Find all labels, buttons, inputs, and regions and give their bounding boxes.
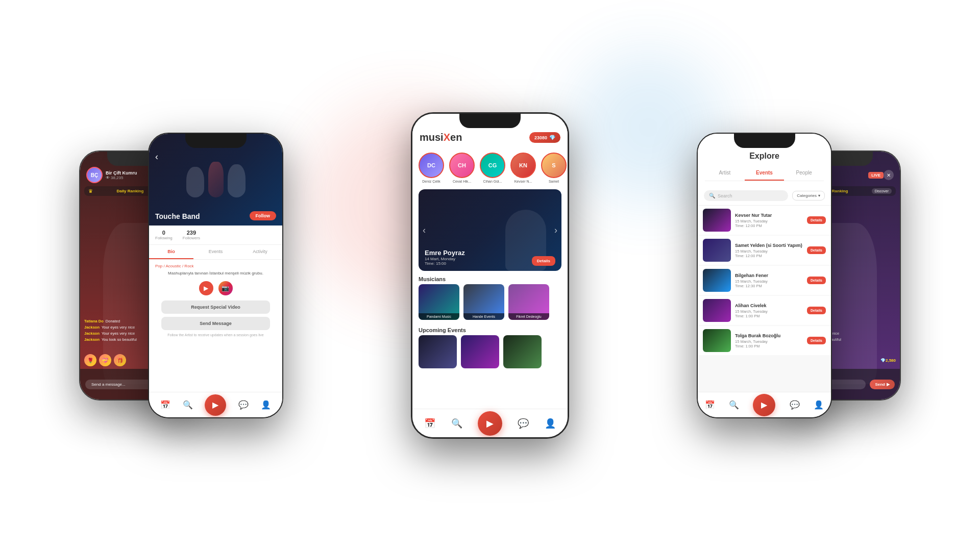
- band-bottom-nav: 📅 🔍 ▶ 💬 👤: [149, 392, 282, 417]
- search-icon-center[interactable]: 🔍: [451, 418, 462, 429]
- band-screen: ‹ Touche Band Follow 0 Following 239 Fol…: [149, 134, 282, 417]
- send-button-far-right[interactable]: Send ▶: [870, 380, 895, 389]
- event-time-1: Time: 12:00 PM: [735, 223, 803, 228]
- event-row-3: Bilgehan Fener 15 March, Tuesday Time: 1…: [698, 266, 831, 295]
- youtube-icon[interactable]: ▶: [199, 281, 213, 295]
- band-fig-1: [186, 167, 204, 197]
- user-info-container-left: BÇ: [86, 167, 103, 183]
- calendar-icon[interactable]: 📅: [160, 400, 170, 410]
- musician-card-2[interactable]: Hande Events: [463, 284, 504, 320]
- event-thumb-1[interactable]: [419, 335, 457, 368]
- artist-name-4: Kevser N...: [514, 180, 532, 183]
- profile-icon-nav[interactable]: 👤: [261, 400, 271, 410]
- event-row-info-3: Bilgehan Fener 15 March, Tuesday Time: 1…: [735, 273, 803, 288]
- details-button-1[interactable]: Details: [807, 216, 826, 224]
- event-date-5: 15 March, Tuesday: [735, 339, 803, 344]
- close-icon-far-right[interactable]: ✕: [884, 170, 894, 180]
- event-date-2: 15 March, Tuesday: [735, 249, 803, 254]
- event-date-4: 15 March, Tuesday: [735, 309, 803, 314]
- phone-screen-center: musiXen 23080 💎 DC Deniz Çelik CH Cevat …: [412, 114, 568, 437]
- event-thumb-2[interactable]: [461, 335, 499, 368]
- app-scene: BÇ Bir Çift Kumru 👁 38,235 LIVE ✕ ♛: [0, 0, 980, 551]
- tab-artist[interactable]: Artist: [705, 166, 745, 181]
- request-video-button[interactable]: Request Special Video: [161, 300, 270, 314]
- event-row-info-1: Kevser Nur Tutar 15 March, Tuesday Time:…: [735, 213, 803, 228]
- tab-events[interactable]: Events: [193, 245, 238, 259]
- musician-label-2: Hande Events: [463, 313, 504, 320]
- artist-item-2[interactable]: CH Cevat Hik...: [449, 153, 475, 183]
- play-button-right[interactable]: ▶: [753, 394, 775, 416]
- search-placeholder: Search: [718, 193, 732, 198]
- gift-1: 🌹: [84, 354, 96, 366]
- artist-avatar-5: S: [541, 153, 567, 178]
- artist-scroll: DC Deniz Çelik CH Cevat Hik... CG Cihan …: [412, 148, 568, 187]
- band-tabs: Bio Events Activity: [149, 245, 282, 260]
- details-button-5[interactable]: Details: [807, 337, 826, 344]
- event-time-5: Time: 1:00 PM: [735, 344, 803, 348]
- band-info: Touche Band: [155, 212, 200, 220]
- details-button-2[interactable]: Details: [807, 246, 826, 254]
- chat-icon-right[interactable]: 💬: [790, 400, 800, 410]
- app-logo: musiXen: [420, 132, 462, 143]
- tab-bio[interactable]: Bio: [149, 245, 193, 259]
- band-stats: 0 Following 239 Followers: [149, 226, 282, 245]
- artist-item-1[interactable]: DC Deniz Çelik: [419, 153, 444, 183]
- live-badge-far-right: LIVE: [868, 172, 884, 179]
- artist-item-3[interactable]: CG Cihan Gül...: [480, 153, 505, 183]
- instagram-icon[interactable]: 📷: [218, 281, 233, 295]
- details-button-3[interactable]: Details: [807, 277, 826, 284]
- search-icon-right[interactable]: 🔍: [729, 400, 739, 410]
- event-time-2: Time: 12:00 PM: [735, 254, 803, 258]
- tab-activity[interactable]: Activity: [238, 245, 282, 259]
- artist-item-4[interactable]: KN Kevser N...: [510, 153, 536, 183]
- followers-label: Followers: [183, 236, 200, 240]
- artist-name-3: Cihan Gül...: [483, 180, 502, 183]
- band-fig-2: [208, 162, 224, 197]
- chevron-down-icon: ▾: [818, 193, 820, 198]
- play-button-nav[interactable]: ▶: [205, 394, 226, 416]
- musician-card-3[interactable]: Fikret Dedeoglu: [508, 284, 549, 320]
- details-button-4[interactable]: Details: [807, 307, 826, 314]
- play-button-center[interactable]: ▶: [478, 411, 502, 436]
- prev-button[interactable]: ‹: [423, 225, 426, 236]
- explore-tabs: Artist Events People: [705, 166, 824, 181]
- back-button[interactable]: ‹: [155, 152, 158, 162]
- event-artist-name: Emre Poyraz: [425, 249, 465, 257]
- gift-2: 💝: [99, 354, 111, 366]
- profile-icon-right[interactable]: 👤: [814, 400, 824, 410]
- event-name-5: Tolga Burak Bozoğlu: [735, 333, 803, 338]
- search-icon-nav[interactable]: 🔍: [183, 400, 193, 410]
- event-banner: ‹ › Emre Poyraz 14 Mart, Monday Time: 15…: [419, 189, 561, 271]
- coins-button[interactable]: 23080 💎: [529, 132, 560, 143]
- event-row-2: Samet Yelden (si Soorti Yapım) 15 March,…: [698, 236, 831, 265]
- tab-events[interactable]: Events: [745, 166, 785, 181]
- categories-button[interactable]: Categories ▾: [792, 191, 825, 201]
- phone-notch-center: [459, 114, 521, 128]
- artist-name-2: Cevat Hik...: [453, 180, 471, 183]
- event-thumb-row-4: [703, 299, 731, 322]
- musician-label-1: Pandami Music: [419, 313, 459, 320]
- musician-card-1[interactable]: Pandami Music: [419, 284, 459, 320]
- event-details-button[interactable]: Details: [532, 256, 555, 266]
- artist-item-5[interactable]: S Samet: [541, 153, 567, 183]
- profile-icon-center[interactable]: 👤: [545, 418, 556, 429]
- discover-btn-far-right[interactable]: Discover: [872, 188, 892, 194]
- calendar-icon-right[interactable]: 📅: [705, 400, 715, 410]
- event-thumb-row-3: [703, 269, 731, 292]
- diamond-icon: 💎: [549, 135, 555, 140]
- band-social-links: ▶ 📷: [155, 281, 276, 295]
- phone-left: ‹ Touche Band Follow 0 Following 239 Fol…: [148, 133, 283, 418]
- event-thumb-3[interactable]: [503, 335, 542, 368]
- band-bio-text: Mashuplarıyla tanınan İstanbul menşeli m…: [155, 270, 276, 276]
- tab-people[interactable]: People: [784, 166, 824, 181]
- band-follow-button[interactable]: Follow: [250, 211, 277, 220]
- send-message-button[interactable]: Send Message: [161, 317, 270, 330]
- calendar-icon-center[interactable]: 📅: [424, 418, 435, 429]
- chat-icon-nav[interactable]: 💬: [238, 400, 249, 410]
- live-avatar-far-left: BÇ: [86, 167, 103, 183]
- artist-avatar-4: KN: [510, 153, 536, 178]
- search-box: 🔍 Search: [704, 190, 788, 201]
- event-name-4: Alihan Civelek: [735, 303, 803, 308]
- chat-icon-center[interactable]: 💬: [518, 418, 529, 429]
- next-button[interactable]: ›: [554, 225, 557, 236]
